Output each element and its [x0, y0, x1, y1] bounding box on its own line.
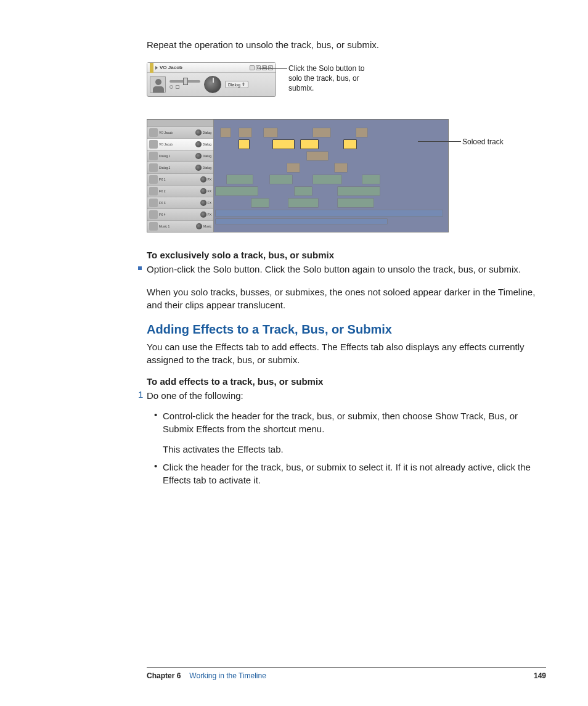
audio-clip	[312, 128, 331, 138]
audio-clip-soloed	[300, 139, 319, 149]
pan-knob-icon	[200, 188, 206, 194]
audio-clip-soloed	[272, 139, 295, 149]
track-thumb-icon	[149, 175, 158, 184]
chapter-name: Working in the Timeline	[189, 671, 266, 680]
pan-knob-icon	[195, 153, 202, 159]
audio-clip-soloed	[239, 139, 250, 149]
output-label: Dialog	[203, 131, 211, 134]
track-row-soloed: VO JacobDialog	[147, 139, 213, 150]
timeline-widget: VO JacobDialog VO JacobDialog Dialog 1Di…	[147, 119, 449, 232]
figure-timeline: VO JacobDialog VO JacobDialog Dialog 1Di…	[147, 119, 536, 236]
timeline-clips-area	[214, 120, 448, 232]
output-label: FX	[208, 201, 211, 205]
substep-text: Click the header for the track, bus, or …	[163, 461, 536, 486]
track-thumb-icon	[149, 152, 158, 160]
output-label: FX	[208, 213, 211, 216]
track-thumb-icon	[149, 210, 158, 219]
audio-clip	[294, 186, 312, 196]
dropdown-arrows-icon: ⇕	[242, 82, 245, 87]
mute-button[interactable]: M	[262, 65, 267, 70]
track-row: FX 4FX	[147, 209, 213, 221]
track-row: FX 3FX	[147, 197, 213, 209]
track-thumb-icon	[149, 140, 158, 149]
audio-clip	[251, 198, 269, 208]
pan-knob-icon	[200, 176, 206, 183]
callout-text: Click the Solo button to solo the track,…	[288, 64, 369, 94]
track-row: FX 2FX	[147, 186, 213, 197]
body-paragraph: When you solo tracks, busses, or submixe…	[147, 285, 536, 311]
bullet-text: Option-click the Solo button. Click the …	[147, 263, 521, 276]
audio-clip	[220, 128, 231, 138]
volume-slider[interactable]	[169, 80, 200, 83]
fx-indicator-icon	[169, 85, 173, 89]
track-color-strip	[150, 63, 153, 73]
output-label: Dialog	[228, 83, 240, 87]
section-subheading: To exclusively solo a track, bus, or sub…	[147, 250, 536, 260]
track-label: FX 2	[159, 189, 199, 193]
track-row: Music 1Music	[147, 221, 213, 232]
pan-knob-icon	[200, 200, 206, 206]
track-row: VO JacobDialog	[147, 127, 213, 139]
pan-knob-icon	[195, 129, 202, 136]
solo-button[interactable]: S	[268, 65, 273, 70]
step-number: 1	[138, 389, 147, 404]
pan-knob-icon	[195, 165, 202, 171]
section-subheading: To add effects to a track, bus, or submi…	[147, 376, 536, 387]
output-selector[interactable]: Dialog ⇕	[225, 81, 248, 88]
intro-paragraph: Repeat the operation to unsolo the track…	[147, 38, 536, 51]
pan-knob-icon	[200, 211, 206, 218]
audio-clip	[306, 151, 329, 161]
audio-clip	[239, 128, 252, 138]
audio-clip	[263, 128, 278, 138]
audio-clip	[269, 174, 293, 184]
pan-knob[interactable]	[204, 76, 221, 93]
track-thumb-icon	[149, 199, 158, 207]
track-label: FX 4	[159, 213, 199, 216]
audio-clip	[362, 174, 380, 184]
audio-clip	[215, 210, 443, 217]
route-indicator-icon	[176, 85, 179, 89]
audio-clip	[287, 163, 300, 173]
pan-knob-icon	[196, 223, 202, 229]
track-thumb-icon	[149, 163, 158, 172]
chapter-label: Chapter 6	[147, 671, 181, 680]
callout-text: Soloed track	[462, 138, 518, 146]
track-name-label: VO Jacob	[160, 65, 250, 70]
figure-track-header: VO Jacob R M S	[147, 62, 536, 105]
bullet-icon	[138, 266, 142, 270]
bullet-dot-icon: •	[154, 409, 163, 438]
disclosure-triangle-icon	[155, 66, 158, 70]
audio-clip	[226, 174, 253, 184]
track-label: FX 3	[159, 201, 199, 205]
output-label: FX	[208, 178, 211, 181]
timeline-ruler	[147, 120, 213, 127]
track-thumb-icon	[149, 128, 158, 137]
output-label: Dialog	[203, 166, 211, 170]
audio-clip	[215, 186, 258, 196]
track-thumbnail-icon	[150, 76, 166, 93]
section-heading: Adding Effects to a Track, Bus, or Submi…	[147, 322, 536, 337]
track-row: Dialog 2Dialog	[147, 162, 213, 174]
output-label: FX	[208, 189, 211, 193]
page-number: 149	[534, 671, 546, 680]
audio-clip	[337, 198, 374, 208]
audio-clip-soloed	[343, 139, 357, 149]
bullet-dot-icon: •	[154, 461, 163, 489]
step-text: Do one of the following:	[147, 389, 243, 402]
body-paragraph: You can use the Effects tab to add effec…	[147, 340, 536, 366]
audio-clip	[334, 163, 348, 173]
track-label: Dialog 1	[159, 154, 194, 158]
track-row: FX 1FX	[147, 174, 213, 186]
callout-leader-line	[259, 68, 287, 69]
track-label: VO Jacob	[159, 131, 194, 134]
output-label: Music	[203, 224, 211, 228]
audio-clip	[288, 198, 319, 208]
track-label: FX 1	[159, 178, 199, 181]
record-button[interactable]: R	[256, 65, 261, 70]
callout-leader-line	[418, 141, 461, 142]
track-label: Dialog 2	[159, 166, 194, 170]
substep-note: This activates the Effects tab.	[163, 443, 536, 456]
page-footer: Chapter 6 Working in the Timeline 149	[147, 667, 546, 680]
track-thumb-icon	[149, 222, 158, 231]
timeline-track-panel: VO JacobDialog VO JacobDialog Dialog 1Di…	[147, 120, 214, 232]
